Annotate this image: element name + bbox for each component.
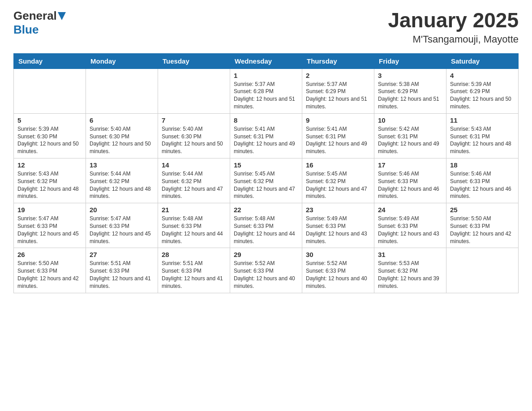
calendar-cell: 28Sunrise: 5:51 AM Sunset: 6:33 PM Dayli… xyxy=(158,248,230,293)
day-info: Sunrise: 5:37 AM Sunset: 6:28 PM Dayligh… xyxy=(234,81,298,111)
calendar-cell: 13Sunrise: 5:44 AM Sunset: 6:32 PM Dayli… xyxy=(86,158,158,203)
day-info: Sunrise: 5:50 AM Sunset: 6:33 PM Dayligh… xyxy=(450,215,515,245)
svg-marker-0 xyxy=(58,12,66,20)
calendar-cell: 22Sunrise: 5:48 AM Sunset: 6:33 PM Dayli… xyxy=(230,203,302,248)
day-info: Sunrise: 5:52 AM Sunset: 6:33 PM Dayligh… xyxy=(234,260,298,290)
calendar-cell: 15Sunrise: 5:45 AM Sunset: 6:32 PM Dayli… xyxy=(230,158,302,203)
day-info: Sunrise: 5:39 AM Sunset: 6:29 PM Dayligh… xyxy=(450,81,515,111)
col-header-friday: Friday xyxy=(374,53,446,68)
day-number: 17 xyxy=(378,161,442,169)
calendar-cell: 6Sunrise: 5:40 AM Sunset: 6:30 PM Daylig… xyxy=(86,113,158,158)
day-number: 6 xyxy=(90,116,154,124)
day-info: Sunrise: 5:53 AM Sunset: 6:32 PM Dayligh… xyxy=(378,260,442,290)
calendar-week-row: 26Sunrise: 5:50 AM Sunset: 6:33 PM Dayli… xyxy=(14,248,519,293)
calendar-week-row: 5Sunrise: 5:39 AM Sunset: 6:30 PM Daylig… xyxy=(14,113,519,158)
day-number: 14 xyxy=(162,161,226,169)
calendar-cell: 16Sunrise: 5:45 AM Sunset: 6:32 PM Dayli… xyxy=(302,158,374,203)
day-number: 12 xyxy=(17,161,82,169)
day-info: Sunrise: 5:46 AM Sunset: 6:33 PM Dayligh… xyxy=(378,170,442,200)
day-info: Sunrise: 5:43 AM Sunset: 6:31 PM Dayligh… xyxy=(450,125,515,155)
day-number: 22 xyxy=(234,206,298,214)
calendar-cell: 3Sunrise: 5:38 AM Sunset: 6:29 PM Daylig… xyxy=(374,68,446,113)
logo-general-text: General xyxy=(13,9,57,23)
day-info: Sunrise: 5:52 AM Sunset: 6:33 PM Dayligh… xyxy=(306,260,370,290)
col-header-thursday: Thursday xyxy=(302,53,374,68)
calendar-cell: 26Sunrise: 5:50 AM Sunset: 6:33 PM Dayli… xyxy=(14,248,86,293)
day-info: Sunrise: 5:45 AM Sunset: 6:32 PM Dayligh… xyxy=(306,170,370,200)
day-number: 1 xyxy=(234,72,298,79)
calendar-week-row: 19Sunrise: 5:47 AM Sunset: 6:33 PM Dayli… xyxy=(14,203,519,248)
calendar-cell: 2Sunrise: 5:37 AM Sunset: 6:29 PM Daylig… xyxy=(302,68,374,113)
calendar-cell: 1Sunrise: 5:37 AM Sunset: 6:28 PM Daylig… xyxy=(230,68,302,113)
calendar-cell: 14Sunrise: 5:44 AM Sunset: 6:32 PM Dayli… xyxy=(158,158,230,203)
day-number: 25 xyxy=(450,206,515,214)
day-info: Sunrise: 5:42 AM Sunset: 6:31 PM Dayligh… xyxy=(378,125,442,155)
day-number: 21 xyxy=(162,206,226,214)
day-info: Sunrise: 5:41 AM Sunset: 6:31 PM Dayligh… xyxy=(234,125,298,155)
calendar-cell: 30Sunrise: 5:52 AM Sunset: 6:33 PM Dayli… xyxy=(302,248,374,293)
day-number: 3 xyxy=(378,72,442,79)
day-number: 5 xyxy=(17,116,82,124)
day-info: Sunrise: 5:46 AM Sunset: 6:33 PM Dayligh… xyxy=(450,170,515,200)
day-number: 18 xyxy=(450,161,515,169)
calendar-cell: 18Sunrise: 5:46 AM Sunset: 6:33 PM Dayli… xyxy=(446,158,519,203)
calendar-cell: 7Sunrise: 5:40 AM Sunset: 6:30 PM Daylig… xyxy=(158,113,230,158)
calendar-week-row: 12Sunrise: 5:43 AM Sunset: 6:32 PM Dayli… xyxy=(14,158,519,203)
day-number: 27 xyxy=(90,251,154,258)
col-header-monday: Monday xyxy=(86,53,158,68)
day-info: Sunrise: 5:43 AM Sunset: 6:32 PM Dayligh… xyxy=(17,170,82,200)
calendar-cell xyxy=(446,248,519,293)
calendar-cell: 11Sunrise: 5:43 AM Sunset: 6:31 PM Dayli… xyxy=(446,113,519,158)
calendar-subtitle: M'Tsangamouji, Mayotte xyxy=(388,34,519,45)
day-number: 30 xyxy=(306,251,370,258)
day-info: Sunrise: 5:41 AM Sunset: 6:31 PM Dayligh… xyxy=(306,125,370,155)
day-number: 31 xyxy=(378,251,442,258)
calendar-title: January 2025 xyxy=(388,9,519,32)
day-number: 26 xyxy=(17,251,82,258)
col-header-saturday: Saturday xyxy=(446,53,519,68)
calendar-cell: 4Sunrise: 5:39 AM Sunset: 6:29 PM Daylig… xyxy=(446,68,519,113)
calendar-cell xyxy=(86,68,158,113)
calendar-cell: 8Sunrise: 5:41 AM Sunset: 6:31 PM Daylig… xyxy=(230,113,302,158)
calendar-week-row: 1Sunrise: 5:37 AM Sunset: 6:28 PM Daylig… xyxy=(14,68,519,113)
col-header-wednesday: Wednesday xyxy=(230,53,302,68)
day-info: Sunrise: 5:51 AM Sunset: 6:33 PM Dayligh… xyxy=(90,260,154,290)
calendar-cell: 27Sunrise: 5:51 AM Sunset: 6:33 PM Dayli… xyxy=(86,248,158,293)
logo-triangle-icon xyxy=(58,12,66,22)
day-info: Sunrise: 5:47 AM Sunset: 6:33 PM Dayligh… xyxy=(17,215,82,245)
day-info: Sunrise: 5:50 AM Sunset: 6:33 PM Dayligh… xyxy=(17,260,82,290)
day-number: 7 xyxy=(162,116,226,124)
calendar-cell: 20Sunrise: 5:47 AM Sunset: 6:33 PM Dayli… xyxy=(86,203,158,248)
day-info: Sunrise: 5:44 AM Sunset: 6:32 PM Dayligh… xyxy=(162,170,226,200)
day-info: Sunrise: 5:39 AM Sunset: 6:30 PM Dayligh… xyxy=(17,125,82,155)
day-number: 29 xyxy=(234,251,298,258)
day-info: Sunrise: 5:49 AM Sunset: 6:33 PM Dayligh… xyxy=(306,215,370,245)
calendar-cell: 12Sunrise: 5:43 AM Sunset: 6:32 PM Dayli… xyxy=(14,158,86,203)
calendar-cell: 9Sunrise: 5:41 AM Sunset: 6:31 PM Daylig… xyxy=(302,113,374,158)
day-info: Sunrise: 5:48 AM Sunset: 6:33 PM Dayligh… xyxy=(234,215,298,245)
logo-blue-text: Blue xyxy=(13,23,39,36)
calendar-header-row: SundayMondayTuesdayWednesdayThursdayFrid… xyxy=(14,53,519,68)
day-number: 15 xyxy=(234,161,298,169)
day-info: Sunrise: 5:47 AM Sunset: 6:33 PM Dayligh… xyxy=(90,215,154,245)
calendar-cell xyxy=(14,68,86,113)
day-number: 24 xyxy=(378,206,442,214)
header: General Blue January 2025 M'Tsangamouji,… xyxy=(13,9,519,45)
day-number: 13 xyxy=(90,161,154,169)
day-number: 10 xyxy=(378,116,442,124)
calendar-cell: 17Sunrise: 5:46 AM Sunset: 6:33 PM Dayli… xyxy=(374,158,446,203)
day-number: 8 xyxy=(234,116,298,124)
day-info: Sunrise: 5:38 AM Sunset: 6:29 PM Dayligh… xyxy=(378,81,442,111)
day-number: 11 xyxy=(450,116,515,124)
day-number: 16 xyxy=(306,161,370,169)
calendar-table: SundayMondayTuesdayWednesdayThursdayFrid… xyxy=(13,53,519,293)
day-info: Sunrise: 5:40 AM Sunset: 6:30 PM Dayligh… xyxy=(90,125,154,155)
day-info: Sunrise: 5:48 AM Sunset: 6:33 PM Dayligh… xyxy=(162,215,226,245)
day-info: Sunrise: 5:40 AM Sunset: 6:30 PM Dayligh… xyxy=(162,125,226,155)
day-number: 9 xyxy=(306,116,370,124)
calendar-cell: 23Sunrise: 5:49 AM Sunset: 6:33 PM Dayli… xyxy=(302,203,374,248)
calendar-cell: 5Sunrise: 5:39 AM Sunset: 6:30 PM Daylig… xyxy=(14,113,86,158)
day-info: Sunrise: 5:49 AM Sunset: 6:33 PM Dayligh… xyxy=(378,215,442,245)
day-number: 19 xyxy=(17,206,82,214)
day-info: Sunrise: 5:51 AM Sunset: 6:33 PM Dayligh… xyxy=(162,260,226,290)
